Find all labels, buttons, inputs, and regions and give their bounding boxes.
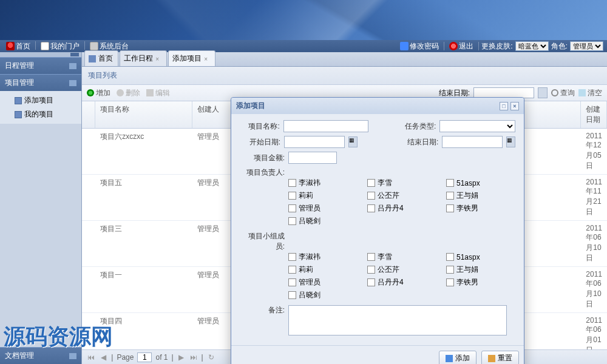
checkbox[interactable] xyxy=(367,278,375,286)
checkbox[interactable] xyxy=(288,253,296,261)
pager-page-input[interactable] xyxy=(137,352,152,362)
checkbox[interactable] xyxy=(446,192,454,200)
skin-label: 更换皮肤: xyxy=(481,41,512,52)
field-label-enddate: 结束日期: xyxy=(398,137,438,147)
dialog-maximize-button[interactable]: □ xyxy=(500,102,508,110)
checkbox-item[interactable]: 王与娟 xyxy=(446,190,519,201)
tab-close-icon[interactable]: × xyxy=(204,56,210,62)
dialog-reset-button[interactable]: 重置 xyxy=(481,351,519,364)
checkbox[interactable] xyxy=(367,266,375,274)
change-password[interactable]: 修改密码 xyxy=(398,41,441,52)
checkbox-item[interactable]: 吕丹丹4 xyxy=(367,277,440,288)
checkbox-item[interactable]: 李淑祎 xyxy=(288,178,361,188)
checkbox-item[interactable]: 李雪 xyxy=(367,178,440,188)
nav-portal[interactable]: 我的门户 xyxy=(38,41,82,52)
checkbox-item[interactable]: 王与娟 xyxy=(446,265,519,275)
expand-icon xyxy=(69,353,76,359)
checkbox[interactable] xyxy=(367,253,375,261)
start-date-input[interactable] xyxy=(284,136,345,148)
checkbox-item[interactable]: 51aspx xyxy=(446,178,519,188)
checkbox[interactable] xyxy=(446,266,454,274)
role-select[interactable]: 管理员 xyxy=(570,41,603,51)
task-type-select[interactable] xyxy=(439,120,515,132)
grid-col-checkbox xyxy=(82,101,95,128)
checkbox[interactable] xyxy=(288,217,296,225)
checkbox-item[interactable]: 李铁男 xyxy=(446,203,519,214)
checkbox[interactable] xyxy=(367,192,375,200)
tab-schedule[interactable]: 工作日程× xyxy=(120,50,167,66)
edit-button[interactable]: 编辑 xyxy=(146,88,170,98)
tab-home[interactable]: 首页 xyxy=(84,50,118,66)
grid-col-date[interactable]: 创建日期 xyxy=(581,101,607,128)
pager-refresh[interactable]: ↻ xyxy=(207,353,215,362)
pager-next[interactable]: ▶ xyxy=(177,353,186,362)
sidebar-section-project[interactable]: 项目管理 xyxy=(0,74,81,91)
checkbox-item[interactable]: 吕丹丹4 xyxy=(367,203,440,214)
logout[interactable]: 退出 xyxy=(447,41,476,52)
page-icon xyxy=(15,97,22,104)
sidebar-item-my-project[interactable]: 我的项目 xyxy=(12,107,81,121)
checkbox[interactable] xyxy=(288,192,296,200)
checkbox-item[interactable]: 莉莉 xyxy=(288,265,361,275)
clear-button[interactable]: 清空 xyxy=(578,88,602,98)
tab-label: 工作日程 xyxy=(124,53,153,64)
checkbox[interactable] xyxy=(446,253,454,261)
checkbox[interactable] xyxy=(446,278,454,286)
dialog-close-button[interactable]: × xyxy=(510,102,519,110)
checkbox[interactable] xyxy=(288,204,296,212)
pager-prev[interactable]: ◀ xyxy=(99,353,107,362)
expand-icon xyxy=(69,80,76,86)
sidebar-collapse-button[interactable] xyxy=(70,53,79,56)
dialog-header[interactable]: 添加项目 □ × xyxy=(231,98,524,114)
checkbox[interactable] xyxy=(288,266,296,274)
checkbox[interactable] xyxy=(446,204,454,212)
dialog-add-button[interactable]: 添加 xyxy=(439,351,476,364)
checkbox[interactable] xyxy=(288,278,296,286)
amount-input[interactable] xyxy=(288,152,337,164)
checkbox-label: 李铁男 xyxy=(456,277,478,288)
delete-button[interactable]: 删除 xyxy=(117,88,140,98)
end-date-input[interactable] xyxy=(442,136,503,148)
checkbox[interactable] xyxy=(288,291,296,299)
pager-last[interactable]: ⏭ xyxy=(189,353,198,362)
checkbox[interactable] xyxy=(288,179,296,187)
save-icon xyxy=(446,355,453,362)
tab-close-icon[interactable]: × xyxy=(155,56,161,62)
pager-first[interactable]: ⏮ xyxy=(87,353,95,362)
nav-system[interactable]: 系统后台 xyxy=(87,41,131,52)
end-date-picker[interactable]: ▦ xyxy=(506,136,515,147)
checkbox-item[interactable]: 公丕芹 xyxy=(367,190,440,201)
checkbox-label: 公丕芹 xyxy=(378,190,399,201)
sidebar-item-add-project[interactable]: 添加项目 xyxy=(12,93,81,107)
checkbox-item[interactable]: 管理员 xyxy=(288,277,361,288)
tab-label: 添加项目 xyxy=(172,53,202,64)
dialog-title: 添加项目 xyxy=(236,101,265,111)
checkbox-item[interactable]: 公丕芹 xyxy=(367,265,440,275)
checkbox-item[interactable]: 李雪 xyxy=(367,252,440,262)
checkbox-item[interactable]: 吕晓剑 xyxy=(288,216,361,226)
start-date-picker[interactable]: ▦ xyxy=(348,136,358,147)
checkbox-item[interactable]: 51aspx xyxy=(446,252,519,262)
checkbox[interactable] xyxy=(367,204,375,212)
add-button[interactable]: 增加 xyxy=(87,88,110,98)
checkbox-item[interactable]: 管理员 xyxy=(288,203,361,214)
checkbox[interactable] xyxy=(367,179,375,187)
checkbox-item[interactable]: 李铁男 xyxy=(446,277,519,288)
field-label-tasktype: 任务类型: xyxy=(396,121,436,132)
tab-add-project[interactable]: 添加项目× xyxy=(168,50,215,66)
checkbox-item[interactable]: 莉莉 xyxy=(288,190,361,201)
skin-select[interactable]: 暗蓝色 xyxy=(515,41,549,51)
grid-col-name[interactable]: 项目名称 xyxy=(95,101,192,128)
checkbox-item[interactable]: 吕晓剑 xyxy=(288,290,361,300)
checkbox-item[interactable]: 李淑祎 xyxy=(288,252,361,262)
sidebar-section-schedule[interactable]: 日程管理 xyxy=(0,57,81,74)
sidebar-section-document[interactable]: 文档管理 xyxy=(0,347,81,364)
edit-icon xyxy=(146,89,154,96)
end-date-label: 结束日期: xyxy=(439,88,470,98)
remark-textarea[interactable] xyxy=(288,305,507,335)
search-button[interactable]: 查询 xyxy=(551,88,575,98)
checkbox[interactable] xyxy=(446,179,454,187)
date-picker-button[interactable] xyxy=(538,87,548,98)
nav-home[interactable]: 首页 xyxy=(4,41,33,52)
project-name-input[interactable] xyxy=(283,120,368,132)
